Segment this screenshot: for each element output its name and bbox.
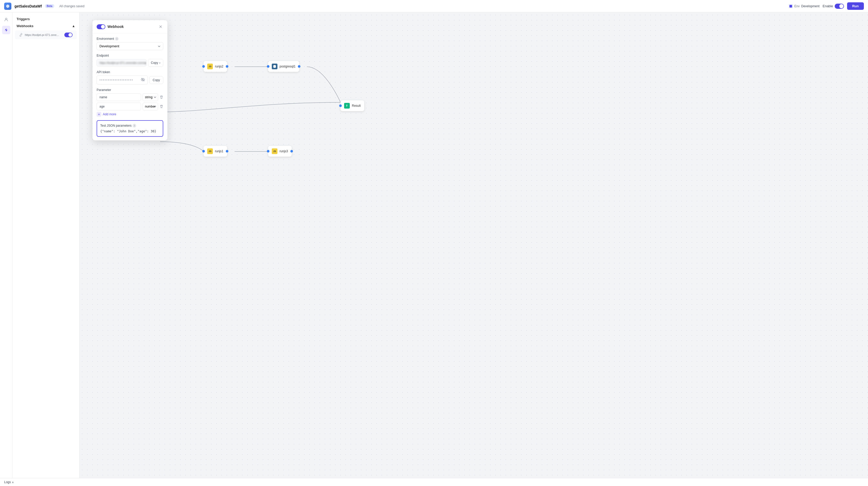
runjs1-label: runjs1 xyxy=(215,149,223,153)
test-json-section: Test JSON parameters i {"name": "John Do… xyxy=(97,120,163,137)
main-layout: Triggers Webhooks ▲ https://tooljet-pr-6… xyxy=(0,12,868,478)
test-json-value[interactable]: {"name": "John Doe","age": 30} xyxy=(100,130,160,133)
sidebar-icons xyxy=(0,12,12,478)
canvas-connections xyxy=(80,12,868,478)
env-selector[interactable]: Env Development xyxy=(789,4,819,8)
param1-name-input[interactable] xyxy=(97,93,141,101)
save-status: All changes saved xyxy=(59,4,85,8)
workflow-canvas: Webhook ✕ Environment i Development xyxy=(80,12,868,478)
webhook-item[interactable]: https://tooljet-pr-671.onre... xyxy=(15,30,77,39)
triggers-label: Triggers xyxy=(17,17,30,21)
environment-select[interactable]: Development xyxy=(97,42,163,50)
runjs1-js-icon: JS xyxy=(207,148,213,154)
token-display: •••••••••••••••••••• xyxy=(97,76,148,85)
copy-chevron-icon: ▾ xyxy=(159,61,160,64)
param-row-2: number xyxy=(97,103,163,110)
node-result[interactable]: Result xyxy=(340,100,364,111)
webhooks-label: Webhooks xyxy=(17,24,34,28)
webhook-toggle[interactable] xyxy=(64,33,72,37)
enable-toggle[interactable] xyxy=(835,4,844,9)
link-icon xyxy=(19,33,23,37)
node-postgresql1-right-dot xyxy=(298,65,301,68)
env-label: Env xyxy=(795,4,800,8)
runjs3-label: runjs3 xyxy=(280,149,288,153)
webhooks-section[interactable]: Webhooks ▲ xyxy=(12,23,79,29)
api-token-row: •••••••••••••••••••• Copy xyxy=(97,76,163,85)
endpoint-blurred-text: https://tooljet-pr-671.onrender.com/api/… xyxy=(99,61,147,64)
test-json-label: Test JSON parameters i xyxy=(100,124,160,127)
node-postgresql1-left-dot xyxy=(267,65,270,68)
logs-label: Logs xyxy=(4,480,11,484)
endpoint-label: Endpoint xyxy=(97,54,163,57)
api-token-label: API token xyxy=(97,70,163,74)
webhook-modal: Webhook ✕ Environment i Development xyxy=(92,20,167,140)
environment-field: Environment i Development xyxy=(97,37,163,50)
modal-title-text: Webhook xyxy=(107,25,124,29)
webhooks-chevron-icon: ▲ xyxy=(72,24,75,28)
parameter-section: Parameter string number xyxy=(97,88,163,117)
add-more-icon: + xyxy=(97,112,101,117)
modal-header: Webhook ✕ xyxy=(92,20,167,33)
node-runjs3-right-dot xyxy=(290,150,293,152)
modal-webhook-toggle[interactable] xyxy=(97,24,105,29)
endpoint-row: https://tooljet-pr-671.onrender.com/api/… xyxy=(97,59,163,67)
toggle-visibility-icon[interactable] xyxy=(141,78,145,83)
result-label: Result xyxy=(352,104,361,108)
logs-chevron-icon: ∧ xyxy=(12,481,14,484)
api-token-field: API token •••••••••••••••••••• Copy xyxy=(97,70,163,85)
node-postgresql1[interactable]: postgresql1 xyxy=(268,61,299,72)
modal-toggle-knob xyxy=(101,25,105,29)
sidebar-home-icon[interactable] xyxy=(2,16,10,24)
node-result-left-dot xyxy=(339,105,342,107)
modal-body: Environment i Development Endpoint https… xyxy=(92,33,167,140)
left-panel: Triggers Webhooks ▲ https://tooljet-pr-6… xyxy=(12,12,80,478)
toggle-knob xyxy=(839,4,843,8)
svg-rect-0 xyxy=(789,5,792,7)
node-runjs2-left-dot xyxy=(202,65,205,68)
run-button[interactable]: Run xyxy=(847,2,864,10)
endpoint-field: Endpoint https://tooljet-pr-671.onrender… xyxy=(97,54,163,67)
param2-type-select[interactable]: number xyxy=(143,103,158,110)
svg-point-1 xyxy=(5,18,7,20)
runjs2-js-icon: JS xyxy=(207,64,213,69)
workflow-title: getSalesDataWf xyxy=(14,4,42,8)
node-runjs3-left-dot xyxy=(267,150,270,152)
endpoint-copy-button[interactable]: Copy ▾ xyxy=(148,59,163,67)
modal-title-group: Webhook xyxy=(97,24,124,29)
parameter-label: Parameter xyxy=(97,88,163,92)
param1-delete-icon[interactable] xyxy=(160,94,163,101)
node-runjs1-left-dot xyxy=(202,150,205,152)
test-json-info-icon: i xyxy=(132,124,136,127)
param2-name-input[interactable] xyxy=(97,103,141,110)
beta-badge: Beta xyxy=(45,4,54,8)
webhook-url: https://tooljet-pr-671.onre... xyxy=(25,33,62,36)
logs-footer[interactable]: Logs ∧ xyxy=(0,478,868,486)
runjs2-label: runjs2 xyxy=(215,65,223,68)
node-runjs2-right-dot xyxy=(226,65,228,68)
webhook-toggle-knob xyxy=(68,33,72,37)
env-info-icon: i xyxy=(115,37,119,40)
param-row-1: string xyxy=(97,93,163,101)
app-logo xyxy=(4,3,11,10)
enable-label: Enable xyxy=(823,4,833,8)
add-more-button[interactable]: + Add more xyxy=(97,112,163,117)
header: getSalesDataWf Beta All changes saved En… xyxy=(0,0,868,12)
node-runjs2[interactable]: JS runjs2 xyxy=(204,61,227,72)
endpoint-value: https://tooljet-pr-671.onrender.com/api/… xyxy=(97,59,147,66)
triggers-section: Triggers xyxy=(12,16,79,23)
token-copy-button[interactable]: Copy xyxy=(149,76,163,84)
node-runjs1[interactable]: JS runjs1 xyxy=(204,146,227,156)
env-value: Development xyxy=(801,4,820,8)
runjs3-js-icon: JS xyxy=(272,148,277,154)
sidebar-lightning-icon[interactable] xyxy=(2,26,10,34)
enable-control: Enable xyxy=(823,4,844,9)
env-icon xyxy=(789,4,793,8)
node-runjs3[interactable]: JS runjs3 xyxy=(268,146,292,156)
node-runjs1-right-dot xyxy=(226,150,228,152)
param2-delete-icon[interactable] xyxy=(160,103,163,110)
modal-close-button[interactable]: ✕ xyxy=(158,24,163,29)
param1-type-select[interactable]: string xyxy=(143,93,158,101)
result-icon xyxy=(344,103,350,109)
environment-label: Environment i xyxy=(97,37,163,40)
postgresql1-pg-icon xyxy=(272,64,277,69)
